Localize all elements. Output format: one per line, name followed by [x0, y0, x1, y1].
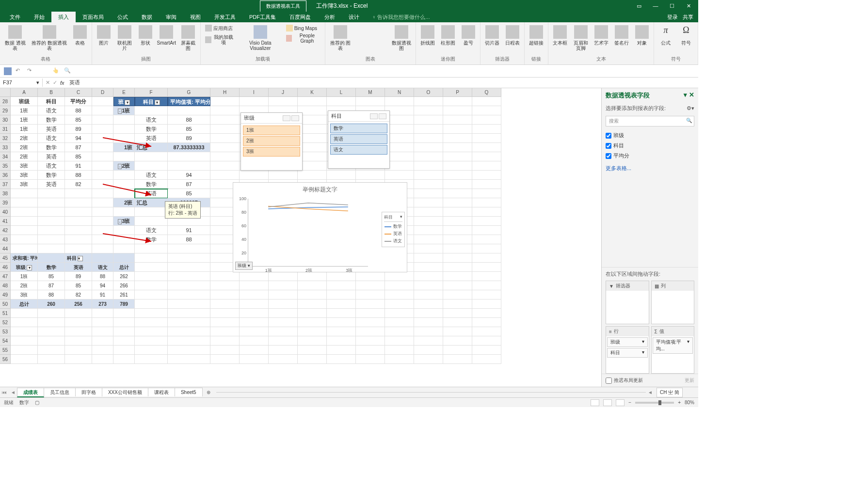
tab-baidu[interactable]: 百度网盘 — [283, 12, 318, 23]
multiselect-icon[interactable] — [370, 113, 378, 119]
columns-area[interactable]: ▦ 列 — [651, 281, 695, 324]
column-header[interactable]: M — [356, 88, 385, 96]
pane-dropdown-icon[interactable]: ▾ — [684, 91, 687, 100]
row-header[interactable]: 41 — [0, 217, 11, 226]
sheet-tab[interactable]: XXX公司销售额 — [102, 388, 148, 396]
slicer-item[interactable]: 1班 — [243, 126, 300, 135]
row-header[interactable]: 48 — [0, 281, 11, 290]
row-header[interactable]: 50 — [0, 299, 11, 309]
row-header[interactable]: 43 — [0, 235, 11, 244]
field-checkbox[interactable]: 科目 — [606, 141, 694, 151]
pivot-chart[interactable]: 举例标题文字 0204060801001班2班3班 科目▾ 数学英语语文 班级 … — [233, 182, 407, 272]
shapes-button[interactable]: 形状 — [137, 24, 154, 47]
column-header[interactable]: L — [327, 88, 356, 96]
column-header[interactable]: I — [240, 88, 269, 96]
zoom-out-button[interactable]: − — [628, 400, 631, 405]
column-header[interactable]: C — [65, 88, 92, 96]
ime-indicator[interactable]: CH 㞢 简 — [657, 388, 683, 397]
tab-analyze[interactable]: 分析 — [318, 12, 342, 23]
zoom-slider[interactable] — [635, 402, 674, 404]
column-header[interactable]: N — [385, 88, 414, 96]
slicer-item[interactable]: 英语 — [330, 134, 387, 144]
row-header[interactable]: 28 — [0, 97, 11, 106]
confirm-icon[interactable]: ✓ — [53, 79, 57, 86]
slicer-item[interactable]: 2班 — [243, 136, 300, 146]
row-header[interactable]: 34 — [0, 152, 11, 161]
pivotchart-button[interactable]: 数据透视图 — [390, 24, 413, 52]
save-icon[interactable] — [4, 67, 12, 75]
object-button[interactable]: 对象 — [633, 24, 651, 47]
field-checkbox[interactable]: 班级 — [606, 130, 694, 141]
recommended-pivot-button[interactable]: 推荐的 数据透视表 — [31, 24, 68, 52]
header-footer-button[interactable]: 页眉和页脚 — [572, 24, 590, 52]
tab-home[interactable]: 开始 — [27, 12, 51, 23]
normal-view-button[interactable] — [591, 399, 599, 406]
slicer-item[interactable]: 3班 — [243, 147, 300, 157]
filters-area[interactable]: ▼ 筛选器 — [606, 281, 649, 324]
sheet-tab[interactable]: 课程表 — [148, 388, 175, 396]
undo-icon[interactable]: ↶ — [16, 67, 23, 75]
field-search-input[interactable]: 搜索🔍 — [606, 116, 694, 126]
hyperlink-button[interactable]: 超链接 — [528, 24, 545, 47]
formula-input[interactable]: 英语 — [67, 79, 695, 86]
row-header[interactable]: 56 — [0, 355, 11, 364]
sheet-tab[interactable]: 员工信息 — [44, 388, 76, 396]
tab-data[interactable]: 数据 — [135, 12, 159, 23]
update-button[interactable]: 更新 — [685, 377, 694, 384]
wordart-button[interactable]: 艺术字 — [593, 24, 610, 47]
sheet-tab[interactable]: Sheet5 — [175, 388, 203, 396]
slicer-class[interactable]: 班级 1班2班3班 — [240, 112, 303, 171]
row-header[interactable]: 53 — [0, 327, 11, 336]
timeline-button[interactable]: 日程表 — [504, 24, 521, 47]
column-header[interactable]: F — [135, 88, 168, 96]
tab-design[interactable]: 设计 — [342, 12, 366, 23]
slicer-item[interactable]: 数学 — [330, 124, 387, 133]
cancel-icon[interactable]: ✕ — [46, 79, 50, 86]
name-box[interactable]: F37▾ — [0, 79, 43, 87]
row-header[interactable]: 38 — [0, 189, 11, 198]
row-header[interactable]: 45 — [0, 253, 11, 263]
pictures-button[interactable]: 图片 — [95, 24, 112, 47]
row-header[interactable]: 51 — [0, 309, 11, 318]
my-addins-button[interactable]: 我的加载项 — [204, 34, 236, 46]
gear-icon[interactable]: ⚙▾ — [687, 105, 694, 111]
fx-icon[interactable]: fx — [60, 80, 64, 86]
smartart-button[interactable]: SmartArt — [157, 24, 176, 47]
signature-line-button[interactable]: 签名行 — [613, 24, 630, 47]
ribbon-options-icon[interactable]: ▭ — [633, 1, 645, 11]
row-header[interactable]: 29 — [0, 106, 11, 115]
row-header[interactable]: 54 — [0, 336, 11, 346]
row-header[interactable]: 46 — [0, 263, 11, 272]
symbol-button[interactable]: Ω符号 — [677, 24, 695, 47]
page-layout-view-button[interactable] — [603, 399, 612, 406]
area-item[interactable]: 班级▾ — [607, 337, 648, 347]
column-header[interactable]: A — [11, 88, 38, 96]
chart-axis-field-button[interactable]: 班级 ▾ — [235, 262, 253, 270]
textbox-button[interactable]: 文本框 — [551, 24, 569, 47]
select-all-button[interactable] — [0, 88, 11, 97]
chart-type-icon[interactable] — [355, 33, 363, 41]
row-header[interactable]: 37 — [0, 180, 11, 189]
multiselect-icon[interactable] — [283, 115, 290, 121]
equation-button[interactable]: π公式 — [657, 24, 674, 47]
login-link[interactable]: 登录 — [667, 14, 678, 21]
chart-type-icon[interactable] — [378, 24, 385, 32]
row-header[interactable]: 52 — [0, 318, 11, 327]
tab-pagelayout[interactable]: 页面布局 — [76, 12, 111, 23]
tab-file[interactable]: 文件 — [3, 12, 27, 23]
slicer-button[interactable]: 切片器 — [483, 24, 501, 47]
print-preview-icon[interactable]: 🔍 — [64, 67, 72, 75]
tab-review[interactable]: 审阅 — [159, 12, 183, 23]
row-header[interactable]: 47 — [0, 272, 11, 281]
column-header[interactable]: G — [168, 88, 210, 96]
row-header[interactable]: 35 — [0, 161, 11, 171]
tab-pdf[interactable]: PDF工具集 — [242, 12, 283, 23]
new-sheet-button[interactable]: ⊕ — [203, 390, 214, 395]
store-button[interactable]: 应用商店 — [204, 24, 236, 32]
rows-area[interactable]: ≡ 行班级▾科目▾ — [606, 326, 649, 374]
area-item[interactable]: 科目▾ — [607, 348, 648, 358]
row-header[interactable]: 55 — [0, 346, 11, 355]
close-button[interactable]: ✕ — [683, 1, 694, 11]
chart-legend[interactable]: 科目▾ 数学英语语文 — [382, 212, 405, 247]
online-pictures-button[interactable]: 联机图片 — [115, 24, 134, 52]
